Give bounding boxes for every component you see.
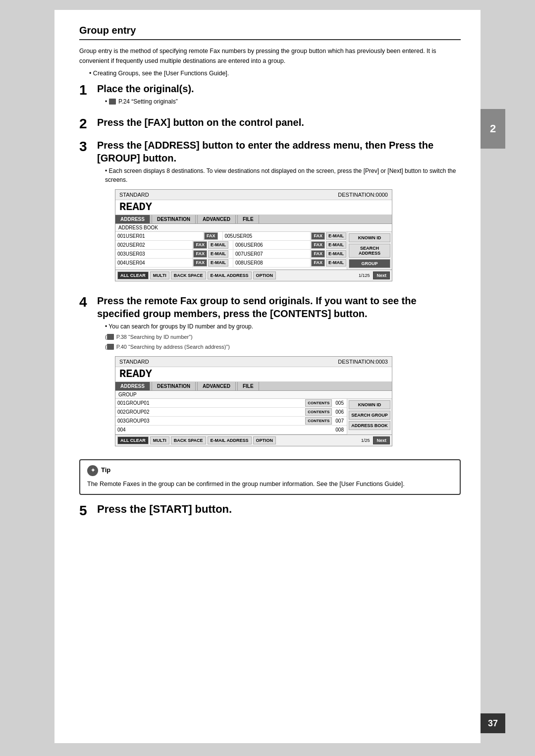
all-clear-btn[interactable]: ALL CLEAR xyxy=(117,271,149,279)
fax-btn[interactable]: FAX xyxy=(193,250,207,258)
group-name: 004 xyxy=(115,426,332,434)
backspace-btn[interactable]: BACK SPACE xyxy=(171,271,206,279)
tab-address-2[interactable]: ADDRESS xyxy=(115,382,150,390)
fax-btn[interactable]: FAX xyxy=(311,259,325,267)
tab-advanced-2[interactable]: ADVANCED xyxy=(198,382,236,390)
screen-2-body: 001GROUP01 CONTENTS 005 002GROUP02 CONTE… xyxy=(115,399,392,434)
address-book-btn[interactable]: ADDRESS BOOK xyxy=(349,421,390,430)
tab-file-2[interactable]: FILE xyxy=(238,382,259,390)
group-btn[interactable]: GROUP xyxy=(349,259,390,268)
step-4: 4 Press the remote Fax group to send ori… xyxy=(79,294,461,451)
contents-btn[interactable]: CONTENTS xyxy=(305,399,332,407)
screen-1-sidebar: KNOWN ID SEARCH ADDRESS GROUP xyxy=(347,232,392,270)
fax-btn[interactable]: FAX xyxy=(311,241,325,249)
step-2-title: Press the [FAX] button on the control pa… xyxy=(97,116,461,129)
step-3-sub: • Each screen displays 8 destinations. T… xyxy=(105,166,461,184)
user-name: 006USER06 xyxy=(233,241,311,249)
screen-2-tabs: ADDRESS DESTINATION ADVANCED FILE xyxy=(115,382,392,391)
step-1-title: Place the original(s). xyxy=(97,82,461,95)
side-tab: 2 xyxy=(481,109,505,149)
step-4-title: Press the remote Fax group to send origi… xyxy=(97,294,461,320)
step-3: 3 Press the [ADDRESS] button to enter th… xyxy=(79,139,461,286)
tab-destination-2[interactable]: DESTINATION xyxy=(152,382,196,390)
email-btn[interactable]: E-MAIL xyxy=(208,259,228,267)
table-row: 003USER03 FAX E-MAIL 007USER07 FAX E-MAI… xyxy=(115,250,347,259)
tip-icon: ✦ xyxy=(87,465,98,476)
screen-1-mockup: STANDARD DESTINATION:0000 READY ADDRESS … xyxy=(115,189,392,281)
screen-1-header: STANDARD DESTINATION:0000 xyxy=(115,190,392,200)
email-btn[interactable]: E-MAIL xyxy=(326,250,346,258)
step-2-content: Press the [FAX] button on the control pa… xyxy=(97,116,461,131)
email-btn[interactable]: E-MAIL xyxy=(326,241,346,249)
step-4-number: 4 xyxy=(79,295,97,309)
user-name: 001USER01 xyxy=(115,232,204,240)
step-1: 1 Place the original(s). • P.24 “Setting… xyxy=(79,82,461,108)
group-row-1: 001GROUP01 CONTENTS 005 xyxy=(115,399,347,408)
step-4-sub3: ( P.40 “Searching by address (Search add… xyxy=(105,343,461,351)
group-row-2: 002GROUP02 CONTENTS 006 xyxy=(115,408,347,417)
known-id-btn[interactable]: KNOWN ID xyxy=(349,233,390,242)
contents-btn[interactable]: CONTENTS xyxy=(305,408,332,416)
email-btn[interactable]: E-MAIL xyxy=(326,232,346,240)
multi-btn[interactable]: MULTI xyxy=(150,271,169,279)
table-row: 004USER04 FAX E-MAIL 008USER08 FAX E-MAI… xyxy=(115,259,347,268)
step-5-number: 5 xyxy=(79,504,97,518)
screen-1-body: 001USER01 FAX 005USER05 FAX E-MAIL 002US… xyxy=(115,232,392,270)
screen-2-toolbar: ALL CLEAR MULTI BACK SPACE E-MAIL ADDRES… xyxy=(115,434,392,446)
user-name: 008USER08 xyxy=(233,259,311,267)
tab-advanced-1[interactable]: ADVANCED xyxy=(198,215,236,223)
group-name: 002GROUP02 xyxy=(115,408,305,416)
email-address-btn[interactable]: E-MAIL ADDRESS xyxy=(208,271,252,279)
option-btn-2[interactable]: OPTION xyxy=(253,436,276,444)
tab-address-1[interactable]: ADDRESS xyxy=(115,215,150,223)
tip-box: ✦ Tip The Remote Faxes in the group can … xyxy=(79,459,461,495)
group-num: 005 xyxy=(332,399,347,407)
email-btn[interactable]: E-MAIL xyxy=(208,250,228,258)
next-btn-2[interactable]: Next xyxy=(373,436,390,444)
backspace-btn-2[interactable]: BACK SPACE xyxy=(171,436,206,444)
screen-2-main: 001GROUP01 CONTENTS 005 002GROUP02 CONTE… xyxy=(115,399,347,434)
screen-2-subheader: GROUP xyxy=(115,391,392,399)
multi-btn-2[interactable]: MULTI xyxy=(150,436,169,444)
next-btn-1[interactable]: Next xyxy=(373,271,390,279)
group-row-4: 004 008 xyxy=(115,426,347,434)
contents-btn[interactable]: CONTENTS xyxy=(305,417,332,425)
fax-btn[interactable]: FAX xyxy=(311,232,325,240)
fax-btn[interactable]: FAX xyxy=(193,241,207,249)
group-name: 003GROUP03 xyxy=(115,417,305,425)
screen-1-tabs: ADDRESS DESTINATION ADVANCED FILE xyxy=(115,215,392,224)
step-1-number: 1 xyxy=(79,83,97,97)
screen-1-status-left: STANDARD xyxy=(119,192,149,198)
step-2: 2 Press the [FAX] button on the control … xyxy=(79,116,461,131)
table-row: 001USER01 FAX 005USER05 FAX E-MAIL xyxy=(115,232,347,241)
page-indicator-1: 1/125 xyxy=(359,273,370,278)
fax-btn[interactable]: FAX xyxy=(311,250,325,258)
email-btn[interactable]: E-MAIL xyxy=(326,259,346,267)
search-group-btn[interactable]: SEARCH GROUP xyxy=(349,411,390,420)
screen-1-ready: READY xyxy=(115,200,392,215)
user-name: 004USER04 xyxy=(115,259,193,267)
all-clear-btn-2[interactable]: ALL CLEAR xyxy=(117,436,149,444)
page: 2 Group entry Group entry is the method … xyxy=(54,10,481,743)
fax-btn[interactable]: FAX xyxy=(204,232,218,240)
email-btn[interactable]: E-MAIL xyxy=(208,241,228,249)
step-3-content: Press the [ADDRESS] button to enter the … xyxy=(97,139,461,286)
step-5-title: Press the [START] button. xyxy=(97,503,461,516)
known-id-btn-2[interactable]: KNOWN ID xyxy=(349,400,390,409)
screen-1-toolbar: ALL CLEAR MULTI BACK SPACE E-MAIL ADDRES… xyxy=(115,270,392,281)
screen-2-mockup: STANDARD DESTINATION:0003 READY ADDRESS … xyxy=(115,356,392,446)
option-btn[interactable]: OPTION xyxy=(253,271,276,279)
fax-btn[interactable]: FAX xyxy=(193,259,207,267)
search-address-btn[interactable]: SEARCH ADDRESS xyxy=(349,244,390,258)
section-title: Group entry xyxy=(79,25,461,40)
email-address-btn-2[interactable]: E-MAIL ADDRESS xyxy=(208,436,252,444)
tab-file-1[interactable]: FILE xyxy=(238,215,259,223)
tab-destination-1[interactable]: DESTINATION xyxy=(152,215,196,223)
screen-2-header: STANDARD DESTINATION:0003 xyxy=(115,357,392,367)
user-name: 007USER07 xyxy=(233,250,311,258)
page-indicator-2: 1/25 xyxy=(361,438,370,443)
group-name: 001GROUP01 xyxy=(115,399,305,407)
step-3-number: 3 xyxy=(79,140,97,154)
step-5-content: Press the [START] button. xyxy=(97,503,461,516)
screen-2-ready: READY xyxy=(115,367,392,382)
